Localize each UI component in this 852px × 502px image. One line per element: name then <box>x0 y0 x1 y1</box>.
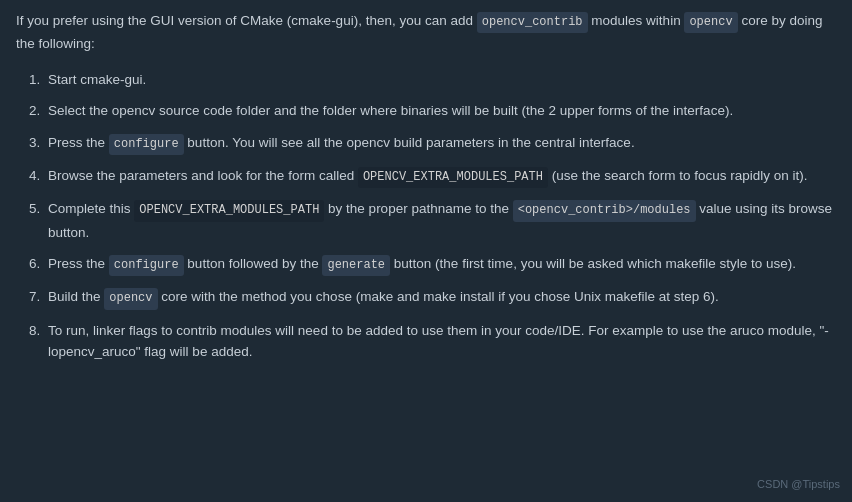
step-7-part1: Build the <box>48 289 104 304</box>
step-7: Build the opencv core with the method yo… <box>44 286 836 309</box>
step-6-part1: Press the <box>48 256 109 271</box>
step-1: Start cmake-gui. <box>44 69 836 91</box>
step-2: Select the opencv source code folder and… <box>44 100 836 122</box>
steps-list: Start cmake-gui. Select the opencv sourc… <box>16 69 836 363</box>
step-7-tag: opencv <box>104 288 157 309</box>
intro-text-middle: modules within <box>591 13 680 28</box>
step-5: Complete this OPENCV_EXTRA_MODULES_PATH … <box>44 198 836 243</box>
step-6-tag2: generate <box>322 255 390 276</box>
step-2-text: Select the opencv source code folder and… <box>48 103 733 118</box>
step-5-part1: Complete this <box>48 201 134 216</box>
intro-paragraph: If you prefer using the GUI version of C… <box>16 10 836 55</box>
step-3: Press the configure button. You will see… <box>44 132 836 155</box>
step-1-text: Start cmake-gui. <box>48 72 146 87</box>
step-3-tag: configure <box>109 134 184 155</box>
step-8: To run, linker flags to contrib modules … <box>44 320 836 363</box>
intro-text-before: If you prefer using the GUI version of C… <box>16 13 473 28</box>
step-5-tag1: OPENCV_EXTRA_MODULES_PATH <box>134 200 324 221</box>
step-3-part1: Press the <box>48 135 109 150</box>
opencv-contrib-tag: opencv_contrib <box>477 12 588 33</box>
opencv-tag: opencv <box>684 12 737 33</box>
step-6: Press the configure button followed by t… <box>44 253 836 276</box>
step-6-part2: button followed by the <box>187 256 322 271</box>
step-6-part3: button (the first time, you will be aske… <box>394 256 796 271</box>
watermark: CSDN @Tipstips <box>757 476 840 494</box>
step-4: Browse the parameters and look for the f… <box>44 165 836 188</box>
step-8-text: To run, linker flags to contrib modules … <box>48 323 829 360</box>
step-7-part2: core with the method you chose (make and… <box>161 289 719 304</box>
step-6-tag1: configure <box>109 255 184 276</box>
step-3-part2: button. You will see all the opencv buil… <box>187 135 634 150</box>
step-5-part2: by the proper pathname to the <box>328 201 513 216</box>
step-4-part1: Browse the parameters and look for the f… <box>48 168 358 183</box>
step-4-part2: (use the search form to focus rapidly on… <box>552 168 808 183</box>
step-4-tag: OPENCV_EXTRA_MODULES_PATH <box>358 167 548 188</box>
step-5-tag2: <opencv_contrib>/modules <box>513 200 696 221</box>
